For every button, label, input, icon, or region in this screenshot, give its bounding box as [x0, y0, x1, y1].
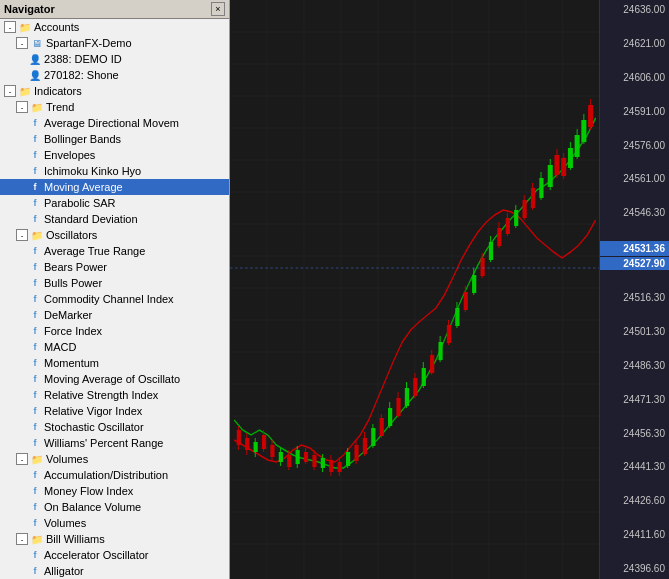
ichimoku-item[interactable]: f Ichimoku Kinko Hyo [0, 163, 229, 179]
svg-rect-37 [279, 452, 283, 462]
bulls-item[interactable]: f Bulls Power [0, 275, 229, 291]
accounts-expand[interactable]: - [4, 21, 16, 33]
stddev-item[interactable]: f Standard Deviation [0, 211, 229, 227]
momentum-item[interactable]: f Momentum [0, 355, 229, 371]
price-24441: 24441.30 [600, 461, 669, 473]
psar-icon: f [28, 196, 42, 210]
vol-item[interactable]: f Volumes [0, 515, 229, 531]
psar-item[interactable]: f Parabolic SAR [0, 195, 229, 211]
spartanfx-item[interactable]: - 🖥 SpartanFX-Demo [0, 35, 229, 51]
ao-label: Accelerator Oscillator [44, 549, 149, 561]
account-2388[interactable]: 👤 2388: DEMO ID [0, 51, 229, 67]
svg-rect-83 [472, 275, 476, 293]
cci-item[interactable]: f Commodity Channel Index [0, 291, 229, 307]
oscillators-section[interactable]: - 📁 Oscillators [0, 227, 229, 243]
obv-item[interactable]: f On Balance Volume [0, 499, 229, 515]
adm-label: Average Directional Movem [44, 117, 179, 129]
price-24576: 24576.00 [600, 140, 669, 152]
bb-icon: f [28, 132, 42, 146]
trend-section[interactable]: - 📁 Trend [0, 99, 229, 115]
alligator-item[interactable]: f Alligator [0, 563, 229, 579]
ad-label: Accumulation/Distribution [44, 469, 168, 481]
rsi-item[interactable]: f Relative Strength Index [0, 387, 229, 403]
volumes-folder-icon: 📁 [30, 452, 44, 466]
macd-label: MACD [44, 341, 76, 353]
demarker-item[interactable]: f DeMarker [0, 307, 229, 323]
ma-item[interactable]: f Moving Average [0, 179, 229, 195]
close-button[interactable]: × [211, 2, 225, 16]
macd-icon: f [28, 340, 42, 354]
oscillators-expand[interactable]: - [16, 229, 28, 241]
bb-item[interactable]: f Bollinger Bands [0, 131, 229, 147]
vol-label: Volumes [44, 517, 86, 529]
wpr-label: Williams' Percent Range [44, 437, 163, 449]
bears-item[interactable]: f Bears Power [0, 259, 229, 275]
ao-item[interactable]: f Accelerator Oscillator [0, 547, 229, 563]
price-24561: 24561.00 [600, 173, 669, 185]
mfi-item[interactable]: f Money Flow Index [0, 483, 229, 499]
osma-icon: f [28, 372, 42, 386]
stoch-item[interactable]: f Stochastic Oscillator [0, 419, 229, 435]
vol-icon: f [28, 516, 42, 530]
price-24471: 24471.30 [600, 394, 669, 406]
ao-icon: f [28, 548, 42, 562]
current-price-value: 24527.90 [600, 257, 669, 270]
price-24516: 24516.30 [600, 292, 669, 304]
navigator-title: Navigator [4, 3, 55, 15]
navigator-panel: Navigator × - 📁 Accounts - 🖥 SpartanFX-D… [0, 0, 230, 579]
indicators-expand[interactable]: - [4, 85, 16, 97]
wpr-item[interactable]: f Williams' Percent Range [0, 435, 229, 451]
price-24546: 24546.30 [600, 207, 669, 219]
env-item[interactable]: f Envelopes [0, 147, 229, 163]
ma-label: Moving Average [44, 181, 123, 193]
price-24396: 24396.60 [600, 563, 669, 575]
macd-item[interactable]: f MACD [0, 339, 229, 355]
oscillators-folder-icon: 📁 [30, 228, 44, 242]
psar-label: Parabolic SAR [44, 197, 116, 209]
price-24621: 24621.00 [600, 38, 669, 50]
chart-area[interactable]: BANKNIFTY,M1 24524.00 24528.85 24520.00 … [230, 0, 669, 579]
rvi-label: Relative Vigor Index [44, 405, 142, 417]
svg-rect-35 [270, 445, 274, 457]
account-270182[interactable]: 👤 270182: Shone [0, 67, 229, 83]
trend-expand[interactable]: - [16, 101, 28, 113]
accounts-section[interactable]: - 📁 Accounts [0, 19, 229, 35]
ad-item[interactable]: f Accumulation/Distribution [0, 467, 229, 483]
svg-rect-0 [230, 0, 599, 579]
volumes-expand[interactable]: - [16, 453, 28, 465]
obv-label: On Balance Volume [44, 501, 141, 513]
bb-label: Bollinger Bands [44, 133, 121, 145]
atr-item[interactable]: f Average True Range [0, 243, 229, 259]
mfi-label: Money Flow Index [44, 485, 133, 497]
force-item[interactable]: f Force Index [0, 323, 229, 339]
atr-icon: f [28, 244, 42, 258]
volumes-section[interactable]: - 📁 Volumes [0, 451, 229, 467]
oscillators-label: Oscillators [46, 229, 97, 241]
spartanfx-expand[interactable]: - [16, 37, 28, 49]
ad-icon: f [28, 468, 42, 482]
demarker-label: DeMarker [44, 309, 92, 321]
stoch-label: Stochastic Oscillator [44, 421, 144, 433]
accounts-folder-icon: 📁 [18, 20, 32, 34]
price-24456: 24456.30 [600, 428, 669, 440]
cci-label: Commodity Channel Index [44, 293, 174, 305]
svg-rect-93 [514, 210, 518, 226]
billwilliams-expand[interactable]: - [16, 533, 28, 545]
atr-label: Average True Range [44, 245, 145, 257]
rvi-icon: f [28, 404, 42, 418]
indicators-section[interactable]: - 📁 Indicators [0, 83, 229, 99]
osma-label: Moving Average of Oscillato [44, 373, 180, 385]
adm-item[interactable]: f Average Directional Movem [0, 115, 229, 131]
price-24591: 24591.00 [600, 106, 669, 118]
svg-rect-71 [422, 368, 426, 386]
osma-item[interactable]: f Moving Average of Oscillato [0, 371, 229, 387]
price-24426: 24426.60 [600, 495, 669, 507]
chart-svg [230, 0, 599, 579]
svg-rect-95 [523, 200, 527, 218]
billwilliams-section[interactable]: - 📁 Bill Williams [0, 531, 229, 547]
billwilliams-folder-icon: 📁 [30, 532, 44, 546]
rsi-icon: f [28, 388, 42, 402]
navigator-body: - 📁 Accounts - 🖥 SpartanFX-Demo 👤 2388: … [0, 19, 229, 579]
wpr-icon: f [28, 436, 42, 450]
rvi-item[interactable]: f Relative Vigor Index [0, 403, 229, 419]
